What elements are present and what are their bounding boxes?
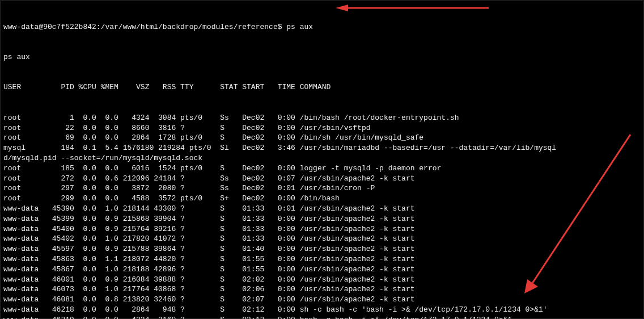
terminal[interactable]: www-data@90c7f522b842:/var/www/html/back… bbox=[1, 1, 643, 318]
process-row: mysql 184 0.1 5.4 1576180 219284 pts/0 S… bbox=[3, 143, 641, 153]
svg-marker-1 bbox=[336, 5, 348, 11]
process-row: d/mysqld.pid --socket=/run/mysqld/mysqld… bbox=[3, 153, 641, 163]
process-row: www-data 45399 0.0 0.9 215868 39904 ? S … bbox=[3, 214, 641, 224]
process-row: www-data 45597 0.0 0.9 215788 39864 ? S … bbox=[3, 244, 641, 254]
process-row: www-data 45400 0.0 0.9 215764 39216 ? S … bbox=[3, 224, 641, 234]
echo-line: ps aux bbox=[3, 52, 641, 62]
process-row: root 185 0.0 0.0 6016 1524 pts/0 S Dec02… bbox=[3, 163, 641, 174]
prompt-line-1: www-data@90c7f522b842:/var/www/html/back… bbox=[3, 22, 641, 32]
ps-header: USER PID %CPU %MEM VSZ RSS TTY STAT STAR… bbox=[3, 82, 641, 93]
process-row: root 299 0.0 0.0 4588 3572 pts/0 S+ Dec0… bbox=[3, 194, 641, 204]
process-row: www-data 45390 0.0 1.0 218144 43300 ? S … bbox=[3, 204, 641, 214]
process-row: www-data 45867 0.0 1.0 218188 42896 ? S … bbox=[3, 265, 641, 275]
process-row: root 22 0.0 0.0 8660 3816 ? S Dec02 0:00… bbox=[3, 123, 641, 133]
process-row: www-data 46081 0.0 0.8 213820 32460 ? S … bbox=[3, 295, 641, 305]
process-row: root 69 0.0 0.0 2864 1728 pts/0 S Dec02 … bbox=[3, 133, 641, 143]
process-row: root 272 0.0 0.6 212096 24184 ? Ss Dec02… bbox=[3, 174, 641, 184]
process-row: www-data 45863 0.0 1.1 218072 44820 ? S … bbox=[3, 254, 641, 265]
process-row: root 1 0.0 0.0 4324 3084 pts/0 Ss Dec02 … bbox=[3, 113, 641, 123]
process-row: www-data 46001 0.0 0.9 216084 39888 ? S … bbox=[3, 275, 641, 285]
process-row: root 297 0.0 0.0 3872 2080 ? Ss Dec02 0:… bbox=[3, 183, 641, 194]
process-row: www-data 46219 0.0 0.0 4324 3160 ? S 02:… bbox=[3, 315, 641, 319]
process-row: www-data 46218 0.0 0.0 2864 948 ? S 02:1… bbox=[3, 305, 641, 315]
process-rows: root 1 0.0 0.0 4324 3084 pts/0 Ss Dec02 … bbox=[3, 113, 641, 319]
annotation-arrow-top bbox=[336, 5, 489, 11]
process-row: www-data 46073 0.0 1.0 217764 40868 ? S … bbox=[3, 284, 641, 295]
process-row: www-data 45402 0.0 1.0 217820 41072 ? S … bbox=[3, 234, 641, 244]
